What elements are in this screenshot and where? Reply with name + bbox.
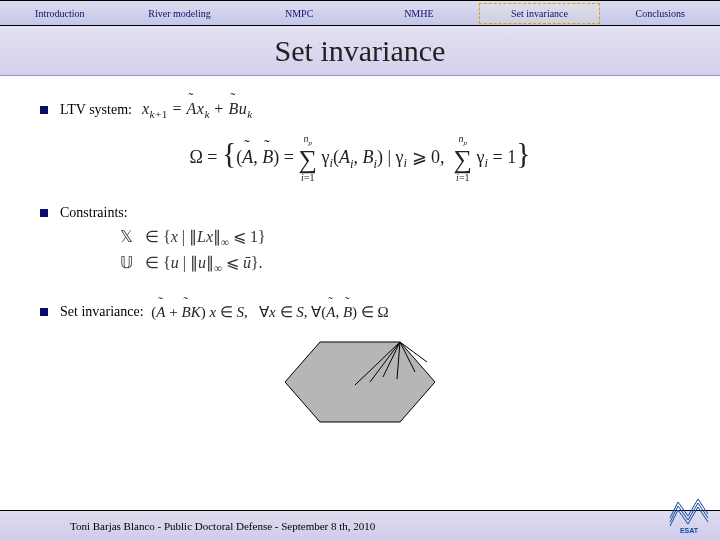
bullet-icon: [40, 308, 48, 316]
ltv-equation: xk+1 = Axk + Buk: [142, 100, 253, 120]
hexagon-icon: [265, 327, 455, 437]
bullet-setinv: Set invariance: (A + BK) x ∈ S, ∀x ∈ S, …: [40, 303, 680, 321]
footer-bar: Toni Barjas Blanco - Public Doctoral Def…: [0, 510, 720, 540]
setinv-label: Set invariance:: [60, 304, 144, 320]
nav-set-invariance[interactable]: Set invariance: [479, 3, 601, 24]
constraint-u: 𝕌 ∈ {u | ∥u∥∞ ⩽ ū}.: [120, 251, 680, 277]
slide-content: LTV system: xk+1 = Axk + Buk Ω = {(A, B)…: [0, 76, 720, 441]
ltv-label: LTV system:: [60, 102, 132, 118]
omega-equation: Ω = {(A, B) = np ∑ i=1 γi(Ai, Bi) | γi ⩾…: [40, 134, 680, 183]
bullet-constraints: Constraints:: [40, 205, 680, 221]
nav-introduction[interactable]: Introduction: [0, 4, 120, 23]
bullet-icon: [40, 106, 48, 114]
logo-text: ESAT: [680, 527, 699, 534]
constraints-label: Constraints:: [60, 205, 128, 221]
setinv-equation: (A + BK) x ∈ S, ∀x ∈ S, ∀(A, B) ∈ Ω: [148, 303, 389, 321]
top-nav: Introduction River modeling NMPC NMHE Se…: [0, 0, 720, 26]
footer-text: Toni Barjas Blanco - Public Doctoral Def…: [70, 520, 375, 532]
nav-nmpc[interactable]: NMPC: [239, 4, 359, 23]
bullet-icon: [40, 209, 48, 217]
nav-river-modeling[interactable]: River modeling: [120, 4, 240, 23]
slide-title: Set invariance: [0, 26, 720, 76]
constraint-x: 𝕏 ∈ {x | ∥Lx∥∞ ⩽ 1}: [120, 225, 680, 251]
esat-logo: ESAT: [666, 494, 712, 534]
hexagon-figure: [40, 327, 680, 441]
nav-conclusions[interactable]: Conclusions: [600, 4, 720, 23]
nav-nmhe[interactable]: NMHE: [359, 4, 479, 23]
bullet-ltv: LTV system: xk+1 = Axk + Buk: [40, 100, 680, 120]
constraints-equations: 𝕏 ∈ {x | ∥Lx∥∞ ⩽ 1} 𝕌 ∈ {u | ∥u∥∞ ⩽ ū}.: [120, 225, 680, 277]
svg-marker-0: [285, 342, 435, 422]
